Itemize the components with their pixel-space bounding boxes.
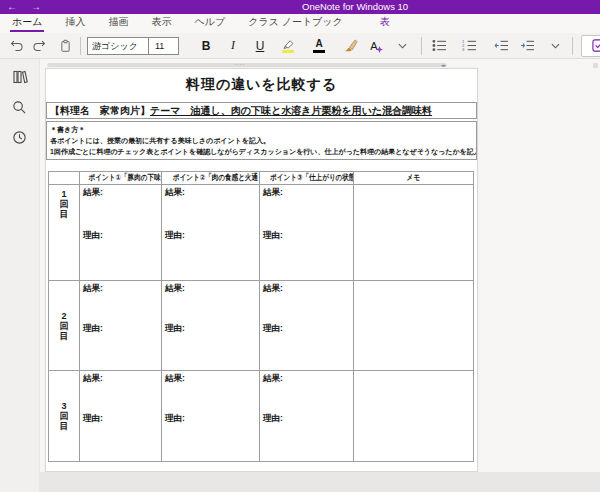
font-size-select[interactable]: 11 xyxy=(149,37,179,55)
paste-button[interactable] xyxy=(56,36,74,56)
table-row: 1回目 結果:理由: 結果:理由: 結果:理由: xyxy=(49,185,474,281)
clock-icon xyxy=(12,130,27,145)
more-paragraph-options-button[interactable] xyxy=(546,36,564,56)
font-color-bar xyxy=(313,50,325,53)
table-row: 3回目 結果:理由: 結果:理由: 結果:理由: xyxy=(49,371,474,462)
format-painter-button[interactable] xyxy=(341,36,359,56)
cell-round1-memo[interactable] xyxy=(354,185,474,281)
howto-line-1: ＊書き方＊ xyxy=(50,124,473,135)
search-button[interactable] xyxy=(10,97,30,117)
increase-indent-button[interactable] xyxy=(518,36,536,56)
header-point1: ポイント①「豚肉の下味」 xyxy=(80,172,162,185)
search-icon xyxy=(12,100,27,115)
tab-home[interactable]: ホーム xyxy=(10,15,44,33)
italic-button[interactable]: I xyxy=(224,36,242,56)
dish-name-text: 【料理名 家常肉片】 xyxy=(50,105,150,116)
redo-button[interactable] xyxy=(30,36,48,56)
notebooks-icon xyxy=(12,69,28,85)
back-arrow-icon[interactable]: ← xyxy=(4,0,20,14)
svg-text:3: 3 xyxy=(462,47,465,52)
header-point2: ポイント②「肉の食感と火通し」 xyxy=(162,172,260,185)
indent-icon xyxy=(520,39,535,52)
cell-round2-point2[interactable]: 結果:理由: xyxy=(162,281,260,371)
decrease-indent-button[interactable] xyxy=(492,36,510,56)
highlight-color-bar xyxy=(282,50,294,53)
more-font-options-button[interactable] xyxy=(393,36,411,56)
title-bar: ← → OneNote for Windows 10 xyxy=(0,0,600,14)
tab-class-notebook[interactable]: クラス ノートブック xyxy=(246,15,345,33)
header-point3: ポイント③「仕上がりの状態」 xyxy=(260,172,354,185)
howto-box[interactable]: ＊書き方＊ 各ポイントには、授業の最初に共有する美味しさのポイントを記入。 1回… xyxy=(46,121,477,160)
undo-icon xyxy=(10,39,24,52)
main-area: ∙∙∙∙ ◂▸ 料理の違いを比較する 【料理名 家常肉片】テーマ 油通し、肉の下… xyxy=(0,59,600,492)
highlight-button[interactable] xyxy=(279,36,297,56)
tab-help[interactable]: ヘルプ xyxy=(192,15,227,33)
chevron-down-icon xyxy=(398,43,407,49)
table-header-row: ポイント①「豚肉の下味」 ポイント②「肉の食感と火通し」 ポイント③「仕上がりの… xyxy=(49,172,474,185)
comparison-table[interactable]: ポイント①「豚肉の下味」 ポイント②「肉の食感と火通し」 ポイント③「仕上がりの… xyxy=(48,171,474,462)
window-title: OneNote for Windows 10 xyxy=(302,0,408,14)
redo-icon xyxy=(32,39,46,52)
dish-theme-text: テーマ 油通し、肉の下味と水溶き片栗粉を用いた混合調味料 xyxy=(150,105,432,116)
header-empty xyxy=(49,172,80,185)
ribbon-toolbar: 游ゴシック 11 B I U A A xyxy=(0,33,600,59)
numbered-list-icon: 123 xyxy=(462,39,477,52)
recent-notes-button[interactable] xyxy=(10,127,30,147)
page-canvas: ∙∙∙∙ ◂▸ 料理の違いを比較する 【料理名 家常肉片】テーマ 油通し、肉の下… xyxy=(40,59,600,492)
dish-subject-box[interactable]: 【料理名 家常肉片】テーマ 油通し、肉の下味と水溶き片栗粉を用いた混合調味料 xyxy=(46,102,477,119)
howto-line-2: 各ポイントには、授業の最初に共有する美味しさのポイントを記入。 xyxy=(50,135,473,146)
notebooks-button[interactable] xyxy=(10,67,30,87)
horizontal-scrollbar[interactable]: ∙∙∙∙ ◂▸ xyxy=(47,63,447,67)
numbered-list-button[interactable]: 123 xyxy=(460,36,478,56)
cell-round3-point1[interactable]: 結果:理由: xyxy=(80,371,162,462)
cell-round2-point1[interactable]: 結果:理由: xyxy=(80,281,162,371)
tab-draw[interactable]: 描画 xyxy=(106,15,130,33)
page-title[interactable]: 料理の違いを比較する xyxy=(46,76,477,94)
canvas-bottom-strip xyxy=(40,472,600,492)
table-row: 2回目 結果:理由: 結果:理由: 結果:理由: xyxy=(49,281,474,371)
bullet-list-icon xyxy=(432,39,447,52)
toolbar-separator xyxy=(421,37,422,55)
clipboard-icon xyxy=(59,39,72,53)
todo-tag-button[interactable] xyxy=(581,35,600,57)
cell-round3-memo[interactable] xyxy=(354,371,474,462)
font-name-select[interactable]: 游ゴシック xyxy=(87,37,149,55)
styles-button[interactable]: A xyxy=(365,36,383,56)
onenote-window: ← → OneNote for Windows 10 ホーム 挿入 描画 表示 … xyxy=(0,0,600,492)
chevron-down-icon xyxy=(551,43,560,49)
tab-insert[interactable]: 挿入 xyxy=(63,15,87,33)
cell-round2-point3[interactable]: 結果:理由: xyxy=(260,281,354,371)
note-page[interactable]: 料理の違いを比較する 【料理名 家常肉片】テーマ 油通し、肉の下味と水溶き片栗粉… xyxy=(45,68,478,472)
font-color-button[interactable]: A xyxy=(310,36,328,56)
toolbar-separator xyxy=(572,37,573,55)
underline-button[interactable]: U xyxy=(251,36,269,56)
toolbar-separator xyxy=(80,37,81,55)
highlighter-icon xyxy=(282,39,295,49)
cell-round3-point3[interactable]: 結果:理由: xyxy=(260,371,354,462)
row-label-2: 2回目 xyxy=(49,281,80,371)
bold-button[interactable]: B xyxy=(197,36,215,56)
cell-round1-point1[interactable]: 結果:理由: xyxy=(80,185,162,281)
cell-round2-memo[interactable] xyxy=(354,281,474,371)
ribbon-tab-row: ホーム 挿入 描画 表示 ヘルプ クラス ノートブック 表 xyxy=(0,14,600,33)
cell-round3-point2[interactable]: 結果:理由: xyxy=(162,371,260,462)
cell-round1-point3[interactable]: 結果:理由: xyxy=(260,185,354,281)
left-sidebar xyxy=(0,59,40,492)
tab-view[interactable]: 表示 xyxy=(149,15,173,33)
outdent-icon xyxy=(494,39,509,52)
styles-letter-icon: A xyxy=(370,40,377,52)
cell-round1-point2[interactable]: 結果:理由: xyxy=(162,185,260,281)
tab-table[interactable]: 表 xyxy=(378,15,392,33)
font-color-letter: A xyxy=(315,39,322,49)
forward-arrow-icon[interactable]: → xyxy=(28,0,44,14)
row-label-3: 3回目 xyxy=(49,371,80,462)
howto-line-3: 1回作成ごとに料理のチェック表とポイントを確認しながらディスカッションを行い、仕… xyxy=(50,146,473,157)
bullet-list-button[interactable] xyxy=(430,36,448,56)
todo-checkbox-icon xyxy=(592,39,600,52)
header-memo: メモ xyxy=(354,172,474,185)
vertical-scrollbar[interactable] xyxy=(593,63,598,68)
format-painter-brush-icon xyxy=(343,38,358,53)
row-label-1: 1回目 xyxy=(49,185,80,281)
undo-button[interactable] xyxy=(8,36,26,56)
